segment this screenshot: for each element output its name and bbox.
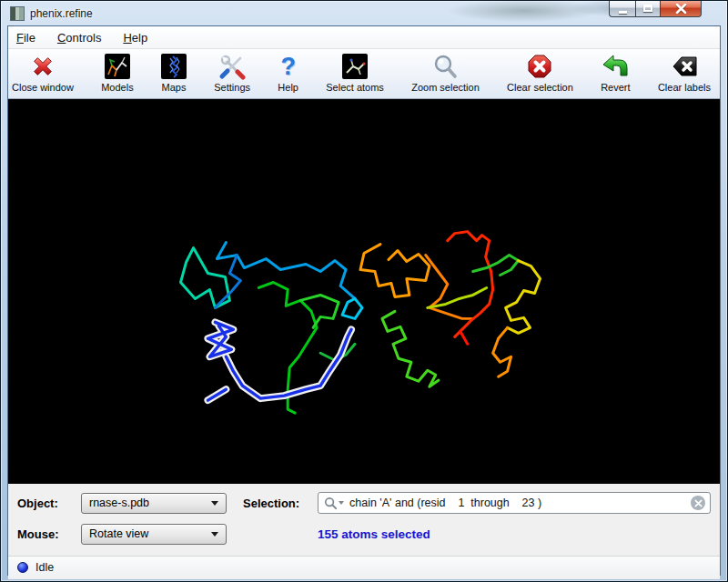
toolbar-label: Select atoms [326, 82, 384, 93]
toolbar-label: Settings [214, 82, 250, 93]
toolbar-close-window[interactable]: Close window [12, 51, 74, 98]
selection-searchbox[interactable] [318, 492, 711, 514]
client-area: File Controls Help Close window [7, 25, 721, 576]
selection-input[interactable] [348, 496, 691, 510]
toolbar-label: Zoom selection [411, 82, 480, 93]
toolbar-clear-labels[interactable]: Clear labels [658, 51, 711, 98]
menu-controls[interactable]: Controls [57, 31, 101, 45]
status-text: Idle [35, 561, 54, 574]
toolbar-help[interactable]: ? Help [278, 51, 298, 98]
help-icon: ? [280, 51, 296, 82]
toolbar-maps[interactable]: Maps [161, 51, 187, 98]
toolbar-label: Models [101, 82, 133, 93]
selection-label: Selection: [243, 497, 318, 510]
toolbar-label: Clear selection [507, 82, 573, 93]
title-bar[interactable]: phenix.refine [1, 1, 727, 25]
toolbar-zoom-selection[interactable]: Zoom selection [411, 51, 480, 98]
toolbar-label: Help [278, 82, 298, 93]
control-panel: Object: rnase-s.pdb Selection: [8, 484, 720, 556]
search-icon[interactable] [324, 497, 344, 510]
toolbar-revert[interactable]: Revert [601, 51, 630, 98]
toolbar-clear-selection[interactable]: Clear selection [507, 51, 573, 98]
object-dropdown[interactable]: rnase-s.pdb [81, 493, 227, 514]
window-title: phenix.refine [30, 7, 93, 20]
zoom-selection-icon [432, 51, 458, 82]
maximize-icon [643, 5, 652, 12]
molecule-render [8, 99, 720, 484]
chevron-down-icon [211, 532, 218, 537]
clear-labels-icon [672, 51, 697, 82]
search-options-caret-icon [339, 501, 344, 505]
close-window-icon [29, 51, 56, 82]
menu-help[interactable]: Help [123, 31, 147, 45]
settings-icon [218, 51, 246, 82]
mouse-row: Mouse: Rotate view 155 atoms selected [17, 523, 711, 546]
mouse-label: Mouse: [17, 527, 81, 541]
phenix-refine-window: phenix.refine File Controls Help [0, 0, 728, 582]
revert-icon [602, 51, 629, 82]
toolbar-label: Revert [601, 82, 630, 93]
app-icon [10, 6, 25, 21]
object-row: Object: rnase-s.pdb Selection: [17, 492, 711, 515]
object-label: Object: [17, 497, 81, 510]
clear-search-icon[interactable] [691, 496, 705, 510]
window-controls [609, 0, 702, 17]
mouse-dropdown[interactable]: Rotate view [81, 524, 227, 545]
object-value: rnase-s.pdb [89, 497, 149, 509]
chevron-down-icon [211, 501, 218, 506]
menu-file[interactable]: File [16, 31, 35, 45]
mouse-value: Rotate view [89, 527, 148, 540]
status-dot-icon [17, 562, 28, 573]
minimize-icon [619, 11, 627, 14]
close-button[interactable] [661, 0, 702, 17]
toolbar-label: Clear labels [658, 82, 711, 93]
toolbar-label: Maps [162, 82, 187, 93]
toolbar-settings[interactable]: Settings [214, 51, 250, 98]
models-icon [105, 51, 130, 82]
clear-selection-icon [527, 51, 552, 82]
toolbar-select-atoms[interactable]: Select atoms [326, 51, 384, 98]
select-atoms-icon [342, 51, 368, 82]
minimize-button[interactable] [609, 0, 635, 17]
status-bar: Idle [8, 556, 720, 579]
toolbar-models[interactable]: Models [101, 51, 133, 98]
atoms-selected-text: 155 atoms selected [318, 527, 430, 541]
menu-bar: File Controls Help [8, 26, 720, 49]
toolbar: Close window Models [8, 49, 720, 99]
close-icon [675, 4, 687, 14]
maximize-button[interactable] [635, 0, 661, 17]
viewer-canvas[interactable] [8, 99, 720, 484]
toolbar-label: Close window [12, 82, 74, 93]
maps-icon [161, 51, 187, 82]
